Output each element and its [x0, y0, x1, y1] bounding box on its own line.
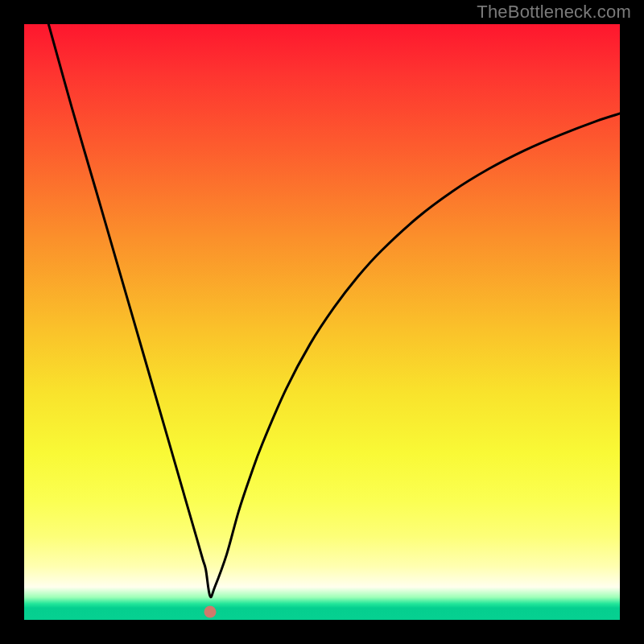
curve-svg	[24, 24, 620, 620]
plot-area	[24, 24, 620, 620]
watermark-text: TheBottleneck.com	[477, 2, 631, 23]
bottleneck-minimum-dot	[204, 605, 216, 617]
chart-frame: TheBottleneck.com	[0, 0, 644, 644]
bottleneck-curve	[48, 24, 620, 597]
